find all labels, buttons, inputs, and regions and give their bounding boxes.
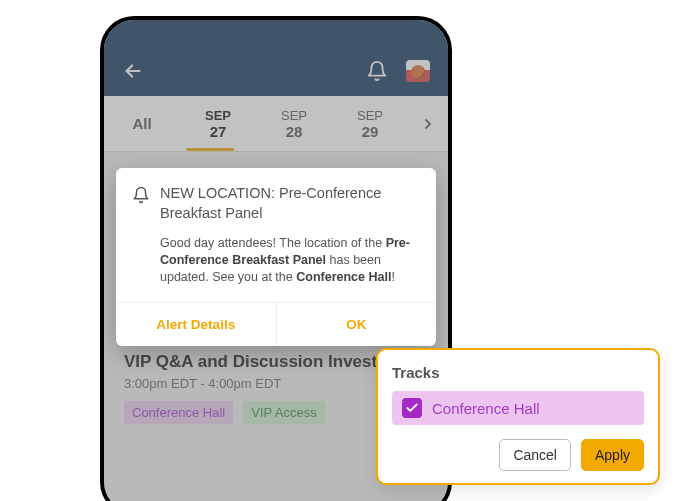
cancel-button[interactable]: Cancel (499, 439, 571, 471)
tracks-title: Tracks (392, 364, 644, 381)
tracks-actions: Cancel Apply (392, 439, 644, 471)
track-label: Conference Hall (432, 400, 540, 417)
bell-outline-icon (132, 186, 150, 223)
track-row-conference-hall[interactable]: Conference Hall (392, 391, 644, 425)
alert-body: Good day attendees! The location of the … (116, 231, 436, 302)
apply-button[interactable]: Apply (581, 439, 644, 471)
alert-actions: Alert Details OK (116, 302, 436, 346)
alert-ok-button[interactable]: OK (276, 303, 437, 346)
checkbox-checked-icon[interactable] (402, 398, 422, 418)
alert-dialog: NEW LOCATION: Pre-Conference Breakfast P… (116, 168, 436, 346)
tracks-popover: Tracks Conference Hall Cancel Apply (376, 348, 660, 485)
alert-title: NEW LOCATION: Pre-Conference Breakfast P… (160, 184, 420, 223)
alert-details-button[interactable]: Alert Details (116, 303, 276, 346)
